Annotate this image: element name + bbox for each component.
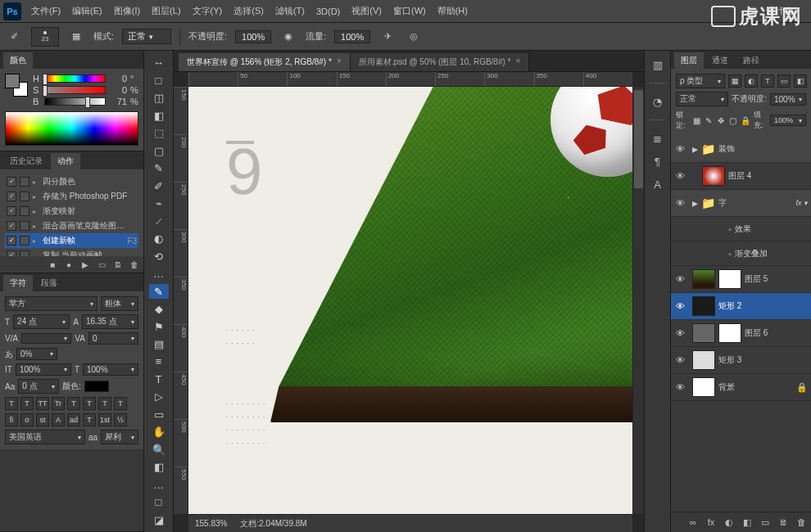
visibility-icon[interactable]: 👁 xyxy=(674,354,686,366)
layer-row[interactable]: 👁图层 4 xyxy=(671,163,811,190)
tool-4[interactable]: ⬚ xyxy=(149,126,169,140)
tool-5[interactable]: ▢ xyxy=(149,143,169,157)
layer-row[interactable]: ◦效果 xyxy=(671,217,811,241)
visibility-icon[interactable]: 👁 xyxy=(674,197,686,209)
opacity-pressure-icon[interactable]: ◉ xyxy=(279,28,297,46)
lock-transparent-icon[interactable]: ▦ xyxy=(692,115,701,126)
strip-icon-2[interactable]: ≣ xyxy=(650,131,665,146)
flow-input[interactable]: 100% xyxy=(334,30,370,43)
action-row[interactable]: ✓▸混合器画笔克隆绘图… xyxy=(5,219,138,233)
tool-6[interactable]: ✎ xyxy=(149,161,169,175)
workspace-label[interactable]: 设计狗 xyxy=(766,5,793,17)
layer-fill-input[interactable]: 100% xyxy=(770,115,806,126)
tsume-input[interactable]: 0% xyxy=(16,348,57,360)
action-row[interactable]: ✓▸存储为 Photoshop PDF xyxy=(5,189,138,204)
layer-row[interactable]: 👁图层 6 xyxy=(671,320,811,347)
hue-slider[interactable] xyxy=(44,74,106,83)
brush-preview[interactable]: 23 xyxy=(31,27,59,47)
layers-footer-icon-1[interactable]: fx xyxy=(705,516,718,529)
visibility-icon[interactable]: 👁 xyxy=(674,273,686,285)
zoom-value[interactable]: 155.83% xyxy=(195,519,227,528)
artboard[interactable]: 9 · · · · · ·· · · · · · · · · · · · · ·… xyxy=(188,87,632,514)
lock-paint-icon[interactable]: ✎ xyxy=(705,115,714,126)
tab-color[interactable]: 颜色 xyxy=(3,52,33,69)
filter-pixel-icon[interactable]: ▦ xyxy=(728,74,741,88)
layer-row[interactable]: 👁▸ 📁装饰 xyxy=(671,136,811,163)
opacity-input[interactable]: 100% xyxy=(235,30,271,43)
opentype-5[interactable]: T xyxy=(83,413,96,426)
filter-adjust-icon[interactable]: ◐ xyxy=(745,74,758,88)
document-tab[interactable]: 所用素材.psd @ 50% (图层 10, RGB/8#) *× xyxy=(351,53,530,71)
tab-paths[interactable]: 路径 xyxy=(736,52,766,69)
type-style-7[interactable]: T xyxy=(114,397,127,410)
layers-footer-icon-2[interactable]: ◐ xyxy=(723,516,736,529)
strip-icon-1[interactable]: ◔ xyxy=(650,94,665,109)
type-style-3[interactable]: Tr xyxy=(52,397,65,410)
tool-14[interactable]: ◆ xyxy=(149,302,169,316)
brush-panel-icon[interactable]: ▦ xyxy=(67,28,85,46)
strip-icon-3[interactable]: ¶ xyxy=(650,154,665,169)
strip-icon-0[interactable]: ▥ xyxy=(650,57,665,72)
tool-11[interactable]: ⟲ xyxy=(149,249,169,263)
lock-all-icon[interactable]: 🔒 xyxy=(741,115,750,126)
tool-10[interactable]: ◐ xyxy=(149,232,169,246)
font-family-dropdown[interactable]: 苹方 xyxy=(5,296,97,311)
layers-footer-icon-5[interactable]: 🗎 xyxy=(777,516,790,529)
opentype-1[interactable]: σ xyxy=(20,413,34,426)
leading-dropdown[interactable]: 16.35 点 xyxy=(82,314,138,329)
tab-actions[interactable]: 动作 xyxy=(51,153,80,169)
menu-view[interactable]: 视图(V) xyxy=(347,2,387,20)
menu-filter[interactable]: 滤镜(T) xyxy=(270,2,310,20)
layer-kind-dropdown[interactable]: ρ 类型 xyxy=(676,74,725,88)
font-size-dropdown[interactable]: 24 点 xyxy=(13,314,70,329)
layer-row[interactable]: 👁背景🔒 xyxy=(671,374,811,401)
menu-3d[interactable]: 3D(D) xyxy=(311,3,345,20)
opentype-7[interactable]: ½ xyxy=(114,413,127,426)
menu-image[interactable]: 图像(I) xyxy=(109,2,145,20)
tool-13[interactable]: ✎ xyxy=(149,284,169,298)
ruler-vertical[interactable]: 150200250300350400450500550 xyxy=(174,87,188,514)
airbrush-icon[interactable]: ✈ xyxy=(378,28,396,46)
menu-layer[interactable]: 图层(L) xyxy=(147,2,185,20)
menu-window[interactable]: 窗口(W) xyxy=(388,2,431,20)
type-style-6[interactable]: T xyxy=(98,397,111,410)
tool-18[interactable]: T xyxy=(149,372,169,386)
tool-12[interactable]: … xyxy=(149,267,169,281)
tool-16[interactable]: ▤ xyxy=(149,337,169,351)
record-icon[interactable]: ● xyxy=(63,259,75,270)
pressure-size-icon[interactable]: ◎ xyxy=(405,28,423,46)
layer-row[interactable]: 👁矩形 3 xyxy=(671,347,811,374)
layer-row[interactable]: ◦渐变叠加 xyxy=(671,241,811,266)
layer-row[interactable]: 👁图层 5 xyxy=(671,266,811,293)
tool-9[interactable]: ⟋ xyxy=(149,214,169,228)
menu-help[interactable]: 帮助(H) xyxy=(433,2,473,20)
new-set-icon[interactable]: ▭ xyxy=(96,259,107,270)
layer-row[interactable]: 👁▸ 📁字fx ▾ xyxy=(671,190,811,217)
tool-8[interactable]: ⌁ xyxy=(149,196,169,210)
layers-footer-icon-3[interactable]: ◧ xyxy=(741,516,754,529)
tool-25[interactable]: □ xyxy=(149,495,169,509)
tool-preset-icon[interactable]: ✐ xyxy=(5,28,23,46)
hscale-input[interactable]: 100% xyxy=(83,363,138,376)
text-color-chip[interactable] xyxy=(84,381,109,392)
bri-slider[interactable] xyxy=(44,97,106,106)
font-weight-dropdown[interactable]: 粗体 xyxy=(101,296,138,311)
document-tab[interactable]: 世界杯宣传 @ 156% (矩形 2, RGB/8#) *× xyxy=(179,53,351,71)
scrollbar-vertical[interactable] xyxy=(632,87,644,514)
type-style-4[interactable]: T xyxy=(67,397,80,410)
visibility-icon[interactable]: 👁 xyxy=(674,170,686,182)
tab-channels[interactable]: 通道 xyxy=(705,52,735,69)
tool-2[interactable]: ◫ xyxy=(149,91,169,105)
tool-15[interactable]: ⚑ xyxy=(149,319,169,333)
visibility-icon[interactable] xyxy=(674,223,686,235)
tool-7[interactable]: ✐ xyxy=(149,178,169,192)
trash-icon[interactable]: 🗑 xyxy=(129,259,140,270)
action-row[interactable]: ✓▸渐变映射 xyxy=(5,204,138,219)
filter-smart-icon[interactable]: ◧ xyxy=(794,74,807,88)
tab-layers[interactable]: 图层 xyxy=(674,52,704,69)
layer-blend-dropdown[interactable]: 正常 xyxy=(676,92,728,106)
type-style-5[interactable]: T xyxy=(83,397,96,410)
tool-24[interactable]: … xyxy=(149,478,169,492)
sat-slider[interactable] xyxy=(44,86,106,94)
opentype-6[interactable]: 1st xyxy=(98,413,111,426)
